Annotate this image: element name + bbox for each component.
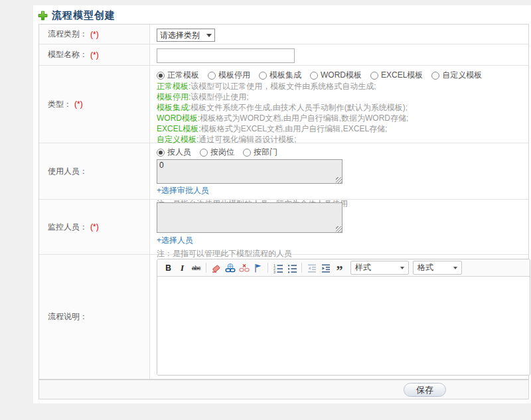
type-content-cell: 正常模板 模板停用 模板集成 WORD模板 [150, 66, 528, 143]
radio-type-disabled[interactable]: 模板停用 [208, 70, 250, 81]
users-content-cell: 按人员 按岗位 按部门 0 +选择审批人员 注：是指允许使用此 [150, 143, 528, 199]
radio-type-normal[interactable]: 正常模板 [157, 70, 199, 81]
rich-text-editor: B I abc [157, 259, 530, 376]
unlink-icon[interactable] [238, 261, 250, 274]
radio-label: EXCEL模板 [381, 70, 423, 81]
users-label: 使用人员： [48, 166, 88, 177]
type-desc-text: 模板文件系统不作生成,由技术人员手动制作(默认为系统模板); [190, 103, 408, 112]
bold-glyph: B [165, 263, 171, 273]
page-title: 流程模型创建 [52, 9, 115, 22]
radio-checked-icon [157, 149, 165, 157]
bold-icon[interactable]: B [162, 261, 175, 274]
row-users: 使用人员： 按人员 按岗位 按部门 [39, 143, 528, 200]
model-name-input[interactable] [157, 48, 295, 63]
ordered-list-icon[interactable]: 1 2 3 [271, 261, 284, 274]
type-description: 模板停用:该模型停止使用; [157, 92, 522, 102]
italic-icon[interactable]: I [176, 261, 189, 274]
radio-icon [259, 72, 267, 80]
radio-type-custom[interactable]: 自定义模板 [431, 70, 482, 81]
category-required-marker: (*) [90, 30, 99, 39]
model-name-required-marker: (*) [90, 50, 99, 60]
category-label-cell: 流程类别： (*) [39, 25, 150, 44]
type-desc-text: 该模型停止使用; [190, 92, 248, 102]
resize-grip-icon[interactable] [336, 177, 342, 183]
chevron-down-icon [206, 34, 212, 37]
model-name-content-cell [150, 44, 528, 65]
type-term: 自定义模板: [157, 135, 198, 144]
toolbar-separator [301, 263, 302, 273]
blockquote-glyph: ” [337, 263, 343, 273]
type-term: WORD模板: [157, 113, 200, 123]
type-desc-text: 模板格式为WORD文档,由用户自行编辑,数据为WORD存储; [200, 113, 408, 123]
page: { "header": { "title": "流程模型创建" }, "fiel… [0, 0, 531, 420]
radio-label: WORD模板 [321, 70, 362, 81]
type-label: 类型： [48, 99, 72, 110]
styles-dropdown-label: 样式 [355, 262, 371, 273]
row-monitors: 监控人员： (*) +选择人员 注：是指可以管理此下模型流程的人员 [39, 200, 528, 255]
unordered-list-icon[interactable] [285, 261, 298, 274]
type-description: 模板集成:模板文件系统不作生成,由技术人员手动制作(默认为系统模板); [157, 102, 522, 113]
category-label: 流程类别： [48, 29, 88, 40]
strikethrough-icon[interactable]: abc [190, 261, 202, 274]
content-panel: 流程模型创建 流程类别： (*) 请选择类别 模型名称： (*) [33, 5, 531, 403]
type-description: WORD模板:模板格式为WORD文档,由用户自行编辑,数据为WORD存储; [157, 113, 522, 123]
format-dropdown-label: 格式 [417, 262, 433, 273]
radio-checked-icon [157, 72, 165, 80]
styles-dropdown[interactable]: 样式 [350, 261, 409, 275]
description-label: 流程说明： [48, 311, 88, 322]
radio-type-word[interactable]: WORD模板 [310, 70, 362, 81]
radio-type-excel[interactable]: EXCEL模板 [370, 70, 423, 81]
radio-icon [200, 149, 208, 157]
editor-content-area[interactable] [157, 277, 530, 376]
resize-grip-icon[interactable] [336, 226, 342, 232]
radio-label: 按人员 [167, 147, 191, 158]
users-textarea[interactable]: 0 [157, 159, 342, 184]
description-label-cell: 流程说明： [39, 255, 150, 379]
users-radio-group: 按人员 按岗位 按部门 [157, 147, 522, 158]
type-radio-group: 正常模板 模板停用 模板集成 WORD模板 [157, 70, 522, 81]
category-select-value: 请选择类别 [160, 30, 200, 41]
type-desc-text: 通过可视化编辑器设计模板; [198, 135, 296, 144]
description-content-cell: B I abc [150, 255, 531, 379]
format-dropdown[interactable]: 格式 [413, 261, 462, 275]
select-monitors-link[interactable]: +选择人员 [157, 235, 193, 246]
model-name-label: 模型名称： [48, 49, 88, 60]
select-approvers-link[interactable]: +选择审批人员 [157, 185, 209, 196]
radio-by-department[interactable]: 按部门 [243, 147, 277, 158]
strikethrough-glyph: abc [192, 265, 200, 271]
flag-icon[interactable] [252, 261, 264, 274]
type-description: 正常模板:该模型可以正常使用，模板文件由系统格式自动生成; [157, 81, 522, 92]
monitors-required-marker: (*) [90, 222, 99, 232]
row-model-name: 模型名称： (*) [39, 44, 528, 66]
type-term: EXCEL模板: [157, 124, 201, 133]
chevron-down-icon [400, 267, 404, 269]
type-term: 正常模板: [157, 82, 190, 91]
link-icon[interactable] [224, 261, 236, 274]
radio-type-integrated[interactable]: 模板集成 [259, 70, 301, 81]
page-header: 流程模型创建 [38, 9, 115, 22]
radio-by-person[interactable]: 按人员 [157, 147, 191, 158]
radio-label: 模板停用 [218, 70, 250, 81]
blockquote-icon[interactable]: ” [333, 261, 346, 274]
users-textarea-wrap: 0 [157, 159, 342, 184]
type-desc-text: 该模型可以正常使用，模板文件由系统格式自动生成; [190, 82, 376, 91]
users-label-cell: 使用人员： [39, 143, 150, 199]
monitors-textarea[interactable] [157, 202, 342, 233]
category-select[interactable]: 请选择类别 [157, 29, 215, 42]
type-term: 模板集成: [157, 103, 190, 112]
monitors-label-cell: 监控人员： (*) [39, 200, 150, 254]
type-label-cell: 类型： (*) [39, 66, 150, 143]
editor-toolbar: B I abc [157, 259, 530, 277]
radio-by-position[interactable]: 按岗位 [200, 147, 234, 158]
radio-label: 按岗位 [210, 147, 234, 158]
remove-format-icon[interactable] [210, 261, 222, 274]
italic-glyph: I [181, 263, 184, 273]
row-type: 类型： (*) 正常模板 模板停用 模板集成 [39, 66, 528, 143]
indent-icon[interactable] [319, 261, 332, 274]
outdent-icon[interactable] [305, 261, 318, 274]
toolbar-separator [206, 263, 206, 273]
type-term: 模板停用: [157, 92, 190, 102]
model-name-label-cell: 模型名称： (*) [39, 44, 150, 65]
type-description: EXCEL模板:模板格式为EXCEL文档,由用户自行编辑,EXCEL存储; [157, 123, 522, 134]
save-button[interactable]: 保存 [404, 383, 446, 397]
